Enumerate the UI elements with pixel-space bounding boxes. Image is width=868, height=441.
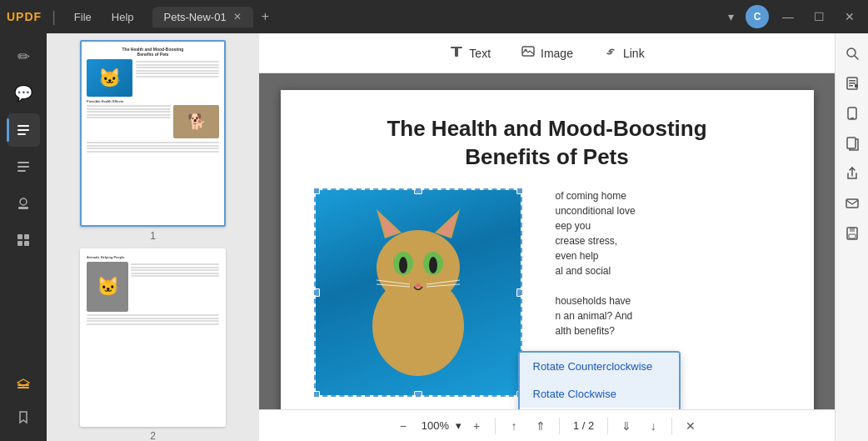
right-email-button[interactable] [839,190,866,217]
thumb-line [87,108,171,110]
page-last-button[interactable]: ↓ [641,414,665,438]
handle-bot-left[interactable] [314,391,320,397]
svg-rect-8 [17,234,22,239]
right-save-button[interactable] [839,220,866,247]
context-menu-extract[interactable]: Extract Image [520,408,679,409]
right-save-icon [845,226,860,241]
minimize-button[interactable]: — [776,7,801,27]
handle-mid-left[interactable] [314,288,320,297]
thumb-line [87,105,171,107]
zoom-in-button[interactable]: + [465,414,488,438]
title-menu: File Help [66,8,142,27]
svg-rect-47 [849,234,856,238]
right-search-button[interactable] [839,40,866,67]
handle-mid-right[interactable] [516,288,522,297]
text-icon-svg [449,44,464,59]
new-tab-button[interactable]: + [257,6,274,28]
thumb-1-section-body: 🐕 [87,105,219,138]
sidebar-icon-layers[interactable] [7,368,40,401]
toolbar-link-item[interactable]: Link [591,39,656,68]
image-container: Rotate Counterclockwise Rotate Clockwise… [314,188,539,405]
main-layout: ✏ 💬 [0,33,868,441]
right-scan-button[interactable] [839,100,866,127]
pdf-title-line1: The Health and Mood-Boosting [387,116,706,141]
sidebar-icon-bookmark[interactable] [7,401,40,434]
sidebar-icon-comment[interactable]: 💬 [7,77,40,110]
svg-rect-5 [17,170,26,172]
toolbar-image-item[interactable]: Image [509,39,585,68]
page-prev-button[interactable]: ⇑ [529,414,552,438]
sidebar-icon-edit[interactable]: ✏ [7,40,40,73]
thumb-1-title: The Health and Mood-BoostingBenefits of … [87,47,219,57]
window-dropdown-button[interactable]: ▾ [723,8,739,25]
thumb-line [136,61,219,63]
title-bar-left: UPDF | File Help Pets-New-01 ✕ + [7,6,274,28]
pdf-content-area[interactable]: The Health and Mood-Boosting Benefits of… [259,73,835,409]
thumbnail-group-1: The Health and Mood-BoostingBenefits of … [53,40,252,242]
thumb-2-more-lines [87,314,219,325]
right-share-button[interactable] [839,160,866,187]
thumb-line [131,267,219,268]
thumb-line [136,67,219,68]
thumb-line [87,117,171,118]
close-button[interactable]: ✕ [838,7,861,27]
thumbnail-label-2: 2 [150,430,156,441]
avatar[interactable]: C [746,5,769,28]
thumb-1-cat-image: 🐱 [87,59,132,97]
layers-svg-icon [15,376,32,393]
markup-svg-icon [15,122,32,138]
svg-rect-42 [851,118,854,119]
page-info: 1 / 2 [566,419,601,432]
handle-top-right[interactable] [516,188,522,194]
thumb-1-text-col [87,105,171,138]
thumb-line [87,323,219,325]
svg-rect-46 [850,228,855,232]
svg-line-35 [855,56,858,59]
thumb-line [87,142,219,143]
handle-bot-mid[interactable] [414,391,422,397]
menu-file[interactable]: File [66,8,100,27]
tab-pets-new-01[interactable]: Pets-New-01 ✕ [152,7,253,28]
sidebar-icon-fill[interactable] [7,150,40,183]
title-divider: | [52,8,56,26]
handle-top-mid[interactable] [414,188,422,194]
thumb-2-section: Animals Helping People [87,255,219,259]
thumbnail-panel: The Health and Mood-BoostingBenefits of … [47,33,259,441]
thumbnail-page-2[interactable]: Animals Helping People 🐱 [80,248,226,427]
tab-close-button[interactable]: ✕ [233,11,242,23]
toolbar-text-item[interactable]: Text [437,39,502,68]
image-toolbar-icon [521,44,536,63]
cat-svg [343,201,493,384]
svg-point-6 [20,198,27,205]
thumbnail-page-1[interactable]: The Health and Mood-BoostingBenefits of … [80,40,226,227]
right-share-icon [845,166,860,181]
sidebar-icon-stamp[interactable] [7,187,40,220]
thumb-2-cat-image: 🐱 [87,262,128,312]
svg-rect-38 [849,83,856,84]
zoom-out-button[interactable]: − [392,414,415,438]
svg-rect-4 [17,166,29,168]
page-first-button[interactable]: ↑ [502,414,526,438]
zoom-value: 100% [418,419,452,432]
thumb-2-text-lines [131,262,219,312]
pdf-cat-image[interactable] [314,188,522,397]
handle-top-left[interactable] [314,188,320,194]
right-scan-icon [845,106,860,121]
sidebar-icon-markup[interactable] [7,113,40,147]
page-next-button[interactable]: ⇓ [615,414,638,438]
menu-help[interactable]: Help [103,8,142,27]
title-bar-right: ▾ C — ☐ ✕ [723,5,861,28]
toolbar: Text Image [259,33,835,73]
maximize-button[interactable]: ☐ [807,7,831,27]
svg-rect-40 [855,84,858,88]
left-sidebar: ✏ 💬 [0,33,47,441]
context-menu-rotate-ccw[interactable]: Rotate Counterclockwise [520,353,679,380]
sidebar-icon-arrange[interactable] [7,223,40,257]
context-menu-rotate-cw[interactable]: Rotate Clockwise [520,380,679,408]
thumb-line [87,318,219,319]
zoom-dropdown[interactable]: ▾ [456,419,461,432]
thumbnail-label-1: 1 [150,230,156,242]
right-ocr-button[interactable] [839,70,866,97]
right-page-button[interactable] [839,130,866,157]
close-nav-button[interactable]: ✕ [679,414,702,438]
